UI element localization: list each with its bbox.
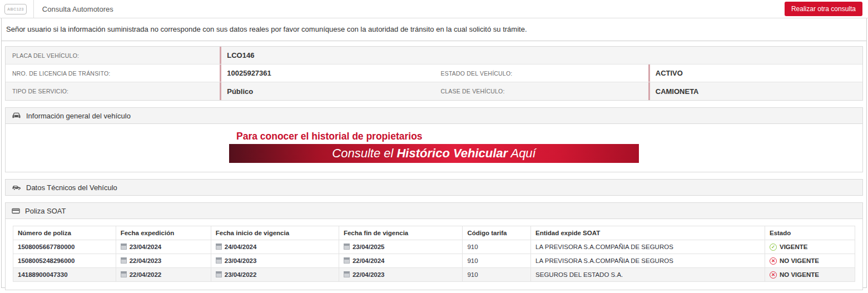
section-header-general-info[interactable]: Información general del vehículo xyxy=(6,108,862,123)
vehicle-state-value: ACTIVO xyxy=(648,64,862,82)
plate-value: LCO146 xyxy=(220,47,434,64)
vehicle-class-label: CLASE DE VEHÍCULO: xyxy=(434,82,648,100)
col-status: Estado xyxy=(765,226,855,240)
calendar-icon xyxy=(344,244,350,250)
soat-policy-table: Número de poliza Fecha expedición Fecha … xyxy=(13,226,855,282)
transit-license-label: NRO. DE LICENCIA DE TRÁNSITO: xyxy=(6,64,220,82)
entity-cell: LA PREVISORA S.A.COMPAÑIA DE SEGUROS xyxy=(531,240,765,254)
calendar-icon xyxy=(344,271,350,277)
card-icon xyxy=(12,208,20,214)
vehicle-info-panel: PLACA DEL VEHÍCULO: LCO146 NRO. DE LICEN… xyxy=(5,46,863,101)
tariff-code-cell: 910 xyxy=(463,240,531,254)
col-end-date: Fecha fin de vigencia xyxy=(339,226,463,240)
start-date-cell: 23/04/2023 xyxy=(211,254,339,268)
page-title: Consulta Automotores xyxy=(42,5,113,13)
col-issue-date: Fecha expedición xyxy=(116,226,211,240)
promo-text-bold: Histórico Vehicular xyxy=(396,146,508,161)
issue-date-cell: 22/04/2023 xyxy=(116,254,211,268)
tariff-code-cell: 910 xyxy=(463,254,531,268)
general-info-body: Para conocer el historial de propietario… xyxy=(6,123,862,172)
promo-text-prefix: Consulte el xyxy=(332,146,396,161)
start-date-cell: 24/04/2024 xyxy=(211,240,339,254)
soat-table-container: Número de poliza Fecha expedición Fecha … xyxy=(6,218,862,290)
calendar-icon xyxy=(121,257,127,264)
status-invalid-icon: ✕ xyxy=(770,271,777,279)
user-notice-text: Señor usuario si la información suminist… xyxy=(2,18,866,41)
soat-header-row: Número de poliza Fecha expedición Fecha … xyxy=(13,226,855,240)
top-header-bar: ABC123 Consulta Automotores Realizar otr… xyxy=(0,0,868,18)
historico-vehicular-promo[interactable]: Para conocer el historial de propietario… xyxy=(229,131,639,163)
col-policy-number: Número de poliza xyxy=(13,226,116,240)
col-start-date: Fecha inicio de vigencia xyxy=(211,226,339,240)
vehicle-info-row: NRO. DE LICENCIA DE TRÁNSITO: 1002592736… xyxy=(6,64,862,82)
status-label: NO VIGENTE xyxy=(780,271,819,278)
policy-number-cell: 1508005667780000 xyxy=(13,240,116,254)
section-header-soat[interactable]: Poliza SOAT xyxy=(6,203,862,218)
vehicle-info-row: TIPO DE SERVICIO: Público CLASE DE VEHÍC… xyxy=(6,82,862,100)
issue-date-cell: 22/04/2022 xyxy=(116,268,211,282)
start-date-cell: 23/04/2022 xyxy=(211,268,339,282)
end-date-cell: 22/04/2023 xyxy=(339,268,463,282)
empty-label xyxy=(434,47,648,64)
new-query-button[interactable]: Realizar otra consulta xyxy=(785,2,862,16)
vehicle-state-label: ESTADO DEL VEHÍCULO: xyxy=(434,64,648,82)
status-cell: ✕NO VIGENTE xyxy=(765,268,855,282)
entity-cell: SEGUROS DEL ESTADO S.A. xyxy=(531,268,765,282)
section-title-general-info: Información general del vehículo xyxy=(26,112,131,120)
calendar-icon xyxy=(121,244,127,250)
section-header-technical-data[interactable]: Datos Técnicos del Vehículo xyxy=(6,180,862,195)
entity-cell: LA PREVISORA S.A.COMPAÑIA DE SEGUROS xyxy=(531,254,765,268)
content-area: PLACA DEL VEHÍCULO: LCO146 NRO. DE LICEN… xyxy=(2,41,866,290)
header-divider xyxy=(33,0,34,18)
calendar-icon xyxy=(344,257,350,264)
transit-license-value: 10025927361 xyxy=(220,64,434,82)
vehicle-info-row: PLACA DEL VEHÍCULO: LCO146 xyxy=(6,47,862,64)
section-title-soat: Poliza SOAT xyxy=(25,207,66,215)
calendar-icon xyxy=(216,271,222,277)
policy-number-cell: 14188900047330 xyxy=(13,268,116,282)
col-tariff-code: Código tarifa xyxy=(463,226,531,240)
calendar-icon xyxy=(216,244,222,250)
soat-table-row: 14188900047330 22/04/2022 23/04/2022 22/… xyxy=(13,268,855,282)
section-soat-policy: Poliza SOAT Número de poliza Fecha exped… xyxy=(5,202,863,290)
service-type-value: Público xyxy=(220,82,434,100)
end-date-cell: 23/04/2025 xyxy=(339,240,463,254)
soat-table-row: 1508005248296000 22/04/2023 23/04/2023 2… xyxy=(13,254,855,268)
calendar-icon xyxy=(216,257,222,264)
plate-label: PLACA DEL VEHÍCULO: xyxy=(6,47,220,64)
car-icon xyxy=(12,112,21,119)
vehicle-side-icon xyxy=(12,185,21,191)
calendar-icon xyxy=(121,271,127,277)
issue-date-cell: 23/04/2024 xyxy=(116,240,211,254)
license-plate-icon: ABC123 xyxy=(4,4,27,14)
section-technical-data: Datos Técnicos del Vehículo xyxy=(5,179,863,196)
promo-headline: Para conocer el historial de propietario… xyxy=(229,131,639,142)
status-invalid-icon: ✕ xyxy=(770,257,777,265)
empty-value xyxy=(648,47,862,64)
promo-text-suffix: Aquí xyxy=(508,146,536,161)
tariff-code-cell: 910 xyxy=(463,268,531,282)
vehicle-class-value: CAMIONETA xyxy=(648,82,862,100)
promo-banner[interactable]: Consulte el Histórico Vehicular Aquí xyxy=(229,144,639,163)
col-entity: Entidad expide SOAT xyxy=(531,226,765,240)
status-cell: ✓VIGENTE xyxy=(765,240,855,254)
section-general-info: Información general del vehículo Para co… xyxy=(5,107,863,172)
end-date-cell: 22/04/2024 xyxy=(339,254,463,268)
status-label: VIGENTE xyxy=(780,244,807,250)
section-title-technical-data: Datos Técnicos del Vehículo xyxy=(26,183,117,192)
service-type-label: TIPO DE SERVICIO: xyxy=(6,82,220,100)
status-label: NO VIGENTE xyxy=(780,257,819,264)
status-valid-icon: ✓ xyxy=(770,244,777,251)
main-container: Señor usuario si la información suminist… xyxy=(1,18,867,288)
soat-table-row: 1508005667780000 23/04/2024 24/04/2024 2… xyxy=(13,240,855,254)
policy-number-cell: 1508005248296000 xyxy=(13,254,116,268)
status-cell: ✕NO VIGENTE xyxy=(765,254,855,268)
